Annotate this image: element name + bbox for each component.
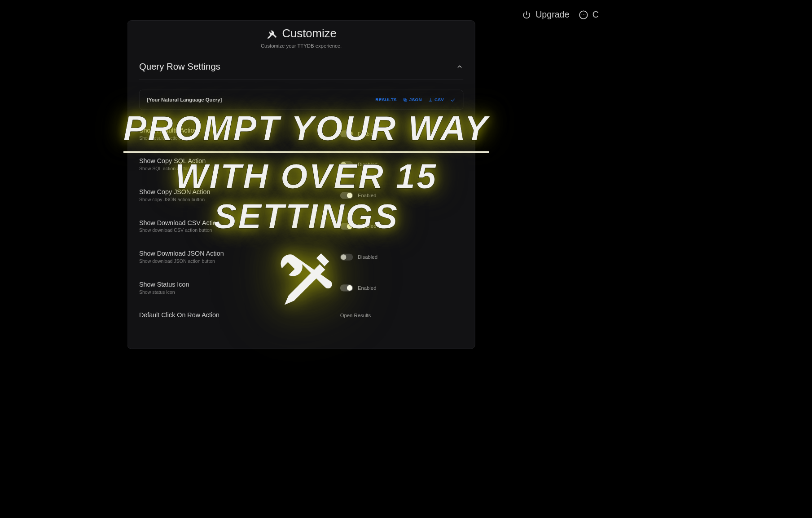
setting-state: Enabled <box>358 285 377 291</box>
setting-toggle[interactable] <box>340 130 353 137</box>
svg-point-2 <box>583 14 584 15</box>
setting-desc: Show SQL action button <box>139 166 340 171</box>
setting-default-click: Default Click On Row Action Open Results <box>139 312 463 319</box>
setting-row: Show Status IconShow status iconEnabled <box>139 281 463 295</box>
setting-desc: Show download CSV action button <box>139 228 340 233</box>
setting-title: Show Copy JSON Action <box>139 188 340 196</box>
svg-point-3 <box>585 14 586 15</box>
section-toggle-query-row[interactable]: Query Row Settings <box>139 61 463 80</box>
setting-desc: Show results action button <box>139 135 340 141</box>
account-button[interactable]: C <box>579 9 599 20</box>
default-click-value[interactable]: Open Results <box>340 313 371 319</box>
setting-row: Show Results ActionShow results action b… <box>139 127 463 141</box>
setting-title: Default Click On Row Action <box>139 312 340 319</box>
power-icon <box>522 10 531 19</box>
setting-row: Show Copy JSON ActionShow copy JSON acti… <box>139 188 463 202</box>
setting-row: Show Download JSON ActionShow download J… <box>139 250 463 264</box>
setting-toggle[interactable] <box>340 192 353 199</box>
setting-row: Show Download CSV ActionShow download CS… <box>139 219 463 233</box>
setting-desc: Show copy JSON action button <box>139 197 340 202</box>
more-circle-icon <box>579 10 588 19</box>
setting-title: Show Results Action <box>139 127 340 134</box>
setting-state: Enabled <box>358 223 377 229</box>
setting-state: Enabled <box>358 131 377 137</box>
panel-subtitle: Customize your TTYDB experience. <box>139 43 463 49</box>
copy-icon <box>403 97 408 102</box>
svg-point-1 <box>582 14 583 15</box>
customize-panel: Customize Customize your TTYDB experienc… <box>127 20 475 349</box>
query-placeholder: [Your Natural Language Query] <box>147 97 222 103</box>
setting-desc: Show status icon <box>139 289 340 295</box>
setting-state: Enabled <box>358 192 377 198</box>
setting-title: Show Download JSON Action <box>139 250 340 257</box>
setting-title: Show Download CSV Action <box>139 219 340 227</box>
setting-state: Disabled <box>358 254 377 260</box>
panel-title: Customize <box>282 27 337 40</box>
setting-toggle[interactable] <box>340 223 353 230</box>
download-icon <box>428 97 433 102</box>
tools-icon <box>266 27 277 39</box>
preview-csv-action[interactable]: CSV <box>428 97 444 102</box>
setting-toggle[interactable] <box>340 284 353 291</box>
query-row-preview: [Your Natural Language Query] RESULTS JS… <box>139 90 463 110</box>
setting-toggle[interactable] <box>340 253 353 260</box>
setting-title: Show Copy SQL Action <box>139 158 340 165</box>
setting-row: Show Copy SQL ActionShow SQL action butt… <box>139 158 463 172</box>
setting-title: Show Status Icon <box>139 281 340 288</box>
chevron-up-icon <box>456 63 464 71</box>
upgrade-button[interactable]: Upgrade <box>522 9 569 20</box>
account-label: C <box>593 9 599 20</box>
upgrade-label: Upgrade <box>535 9 569 20</box>
preview-results-action[interactable]: RESULTS <box>375 97 397 102</box>
setting-state: Disabled <box>358 162 377 168</box>
setting-desc: Show download JSON action button <box>139 258 340 264</box>
section-title: Query Row Settings <box>139 61 220 71</box>
setting-toggle[interactable] <box>340 161 353 168</box>
preview-json-action[interactable]: JSON <box>403 97 422 102</box>
check-icon <box>450 97 456 102</box>
